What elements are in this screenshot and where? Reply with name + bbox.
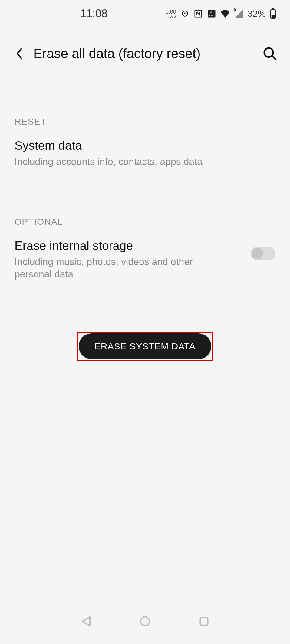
header: Erase all data (factory reset) <box>0 27 290 80</box>
network-speed-unit: KB/S <box>167 15 176 18</box>
svg-rect-6 <box>272 15 275 18</box>
network-speed-value: 0.00 <box>166 9 176 15</box>
section-label-reset: RESET <box>15 116 275 127</box>
cellular-signal-icon: x <box>234 9 243 18</box>
system-data-title: System data <box>15 139 275 152</box>
status-time: 11:08 <box>80 7 107 20</box>
network-speed: 0.00 KB/S <box>166 9 176 18</box>
section-label-optional: OPTIONAL <box>15 217 275 227</box>
erase-storage-toggle[interactable] <box>251 247 275 260</box>
status-right: 0.00 KB/S VoLTE x 32% <box>166 8 278 19</box>
navigation-bar <box>0 608 290 644</box>
wifi-icon <box>220 9 230 18</box>
nav-home-icon <box>139 615 151 627</box>
battery-percent: 32% <box>248 8 266 19</box>
erase-storage-desc: Including music, photos, videos and othe… <box>15 256 232 281</box>
back-button[interactable] <box>12 46 27 61</box>
volte-icon: VoLTE <box>207 9 216 18</box>
nav-back-button[interactable] <box>77 612 95 630</box>
erase-storage-title: Erase internal storage <box>15 239 242 253</box>
svg-text:Vo: Vo <box>210 11 213 14</box>
svg-text:LTE: LTE <box>209 14 214 17</box>
search-button[interactable] <box>262 45 278 62</box>
chevron-left-icon <box>15 47 24 60</box>
content: RESET System data Including accounts inf… <box>0 80 290 608</box>
toggle-knob <box>252 248 263 259</box>
status-bar: 11:08 0.00 KB/S VoLTE x 32% <box>0 0 290 27</box>
erase-storage-row[interactable]: Erase internal storage Including music, … <box>15 239 275 281</box>
nav-recent-icon <box>198 616 210 627</box>
nav-back-icon <box>80 615 92 627</box>
nav-home-button[interactable] <box>136 612 154 630</box>
erase-button-wrap: ERASE SYSTEM DATA <box>15 332 275 361</box>
erase-button-highlight: ERASE SYSTEM DATA <box>77 332 213 361</box>
page-title: Erase all data (factory reset) <box>33 46 262 61</box>
search-icon <box>263 47 277 60</box>
svg-rect-10 <box>200 617 208 625</box>
nfc-icon <box>194 9 203 18</box>
nav-recent-button[interactable] <box>195 612 213 630</box>
alarm-icon <box>180 9 189 18</box>
svg-line-8 <box>272 56 276 60</box>
system-data-row[interactable]: System data Including accounts info, con… <box>15 139 275 168</box>
system-data-desc: Including accounts info, contacts, apps … <box>15 155 232 168</box>
battery-icon <box>270 8 276 19</box>
erase-system-data-button[interactable]: ERASE SYSTEM DATA <box>79 333 211 359</box>
screen: 11:08 0.00 KB/S VoLTE x 32% <box>0 0 290 644</box>
svg-point-9 <box>140 617 149 626</box>
signal-x-label: x <box>234 7 236 12</box>
